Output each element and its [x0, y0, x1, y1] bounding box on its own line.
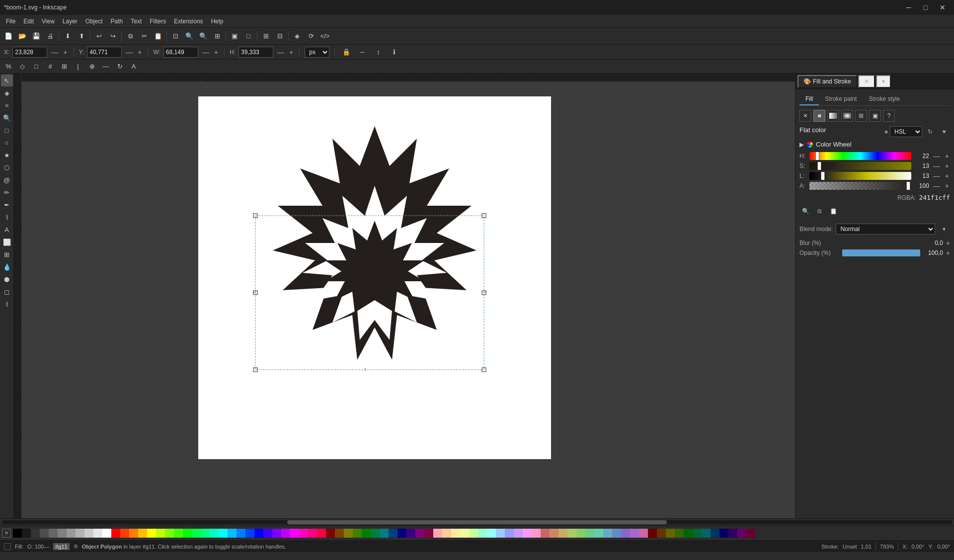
palette-color-swatch[interactable]	[13, 529, 22, 538]
tab-stroke-style[interactable]: Stroke style	[863, 93, 906, 105]
palette-color-swatch[interactable]	[675, 529, 684, 538]
fill-flat-button[interactable]: ■	[813, 110, 825, 122]
y-input[interactable]	[87, 47, 122, 58]
palette-color-swatch[interactable]	[290, 529, 299, 538]
snap-midpoints[interactable]: —	[99, 60, 112, 73]
palette-color-swatch[interactable]	[514, 529, 523, 538]
lock-ratio-button[interactable]: 🔒	[340, 46, 353, 59]
snap-text[interactable]: A	[127, 60, 140, 73]
palette-color-swatch[interactable]	[558, 529, 567, 538]
save-button[interactable]: 💾	[30, 30, 43, 43]
sat-minus-button[interactable]: —	[932, 162, 941, 170]
palette-color-swatch[interactable]	[648, 529, 657, 538]
spiral-tool[interactable]: @	[1, 174, 13, 186]
fill-radial-button[interactable]	[841, 110, 853, 122]
copy-button[interactable]: ⧉	[124, 30, 137, 43]
distribute-button[interactable]: ⊟	[273, 30, 286, 43]
palette-color-swatch[interactable]	[22, 529, 31, 538]
fill-pattern-button[interactable]: ⊞	[855, 110, 867, 122]
undo-button[interactable]: ↩	[92, 30, 105, 43]
palette-color-swatch[interactable]	[460, 529, 469, 538]
palette-color-swatch[interactable]	[612, 529, 621, 538]
palette-color-swatch[interactable]	[67, 529, 76, 538]
palette-color-swatch[interactable]	[478, 529, 487, 538]
palette-color-swatch[interactable]	[576, 529, 585, 538]
palette-color-swatch[interactable]	[657, 529, 666, 538]
snap-guide[interactable]: |	[72, 60, 84, 73]
palette-color-swatch[interactable]	[156, 529, 165, 538]
palette-color-swatch[interactable]	[210, 529, 219, 538]
panel-menu-button[interactable]: ▾	[876, 75, 891, 88]
rect-tool[interactable]: □	[1, 124, 13, 136]
menu-file[interactable]: File	[2, 17, 19, 26]
palette-color-swatch[interactable]	[442, 529, 451, 538]
x-minus-button[interactable]: —	[50, 48, 59, 56]
palette-color-swatch[interactable]	[40, 529, 49, 538]
menu-text[interactable]: Text	[127, 17, 146, 26]
tab-stroke-paint[interactable]: Stroke paint	[819, 93, 863, 105]
paste-color-button[interactable]: 📋	[827, 205, 839, 217]
palette-color-swatch[interactable]	[702, 529, 711, 538]
h-plus-button[interactable]: +	[288, 48, 294, 56]
close-button[interactable]: ✕	[935, 2, 950, 13]
palette-color-swatch[interactable]	[487, 529, 496, 538]
palette-color-swatch[interactable]	[362, 529, 371, 538]
alpha-plus-button[interactable]: +	[944, 182, 950, 190]
color-mode-select[interactable]: HSLRGBHSVCMYK	[890, 126, 922, 137]
fill-linear-button[interactable]	[827, 110, 839, 122]
redo-button[interactable]: ↪	[106, 30, 119, 43]
palette-color-swatch[interactable]	[31, 529, 40, 538]
blend-down-icon[interactable]: ▾	[938, 223, 950, 235]
palette-color-swatch[interactable]	[120, 529, 129, 538]
palette-color-swatch[interactable]	[433, 529, 442, 538]
ellipse-tool[interactable]: ○	[1, 137, 13, 149]
star-tool[interactable]: ★	[1, 149, 13, 161]
canvas-background[interactable]: ↕ ↕ ↔ ↔	[22, 81, 795, 518]
cut-button[interactable]: ✂	[138, 30, 151, 43]
node-button[interactable]: ◈	[291, 30, 304, 43]
zoom-out-button[interactable]: 🔍	[197, 30, 210, 43]
gradient-tool[interactable]: ⬜	[1, 236, 13, 248]
group-button[interactable]: ▣	[228, 30, 241, 43]
color-wheel-icon-btn[interactable]: ↻	[924, 126, 936, 138]
alpha-minus-button[interactable]: —	[932, 182, 941, 190]
palette-color-swatch[interactable]	[585, 529, 594, 538]
palette-color-swatch[interactable]	[532, 529, 541, 538]
fill-swatch[interactable]	[4, 543, 11, 550]
fill-none-button[interactable]: ✕	[799, 110, 811, 122]
import-button[interactable]: ⬇	[61, 30, 74, 43]
dropper-tool[interactable]: 💧	[1, 261, 13, 273]
palette-color-swatch[interactable]	[165, 529, 174, 538]
lit-slider[interactable]	[809, 172, 911, 180]
palette-color-swatch[interactable]	[76, 529, 84, 538]
paint-bucket-tool[interactable]: ⬢	[1, 273, 13, 285]
palette-color-swatch[interactable]	[451, 529, 460, 538]
fill-unknown-button[interactable]: ?	[883, 110, 895, 122]
tweak-tool[interactable]: ≈	[1, 99, 13, 111]
palette-color-swatch[interactable]	[621, 529, 630, 538]
opacity-plus-button[interactable]: +	[946, 249, 950, 257]
hue-plus-button[interactable]: +	[944, 152, 950, 160]
object-props-button[interactable]: ℹ	[388, 46, 400, 59]
menu-object[interactable]: Object	[81, 17, 107, 26]
node-tool[interactable]: ◈	[1, 87, 13, 99]
palette-color-swatch[interactable]	[237, 529, 245, 538]
x-plus-button[interactable]: +	[62, 48, 68, 56]
palette-color-swatch[interactable]	[711, 529, 719, 538]
open-button[interactable]: 📂	[16, 30, 29, 43]
palette-color-swatch[interactable]	[129, 529, 138, 538]
palette-color-swatch[interactable]	[335, 529, 344, 538]
transform-y-button[interactable]: ↕	[372, 46, 385, 59]
color-heart-btn[interactable]: ♥	[938, 126, 950, 138]
palette-color-swatch[interactable]	[272, 529, 281, 538]
palette-color-swatch[interactable]	[353, 529, 362, 538]
palette-color-swatch[interactable]	[389, 529, 398, 538]
palette-color-swatch[interactable]	[183, 529, 192, 538]
tab-fill[interactable]: Fill	[799, 93, 819, 105]
palette-color-swatch[interactable]	[719, 529, 728, 538]
menu-view[interactable]: View	[38, 17, 59, 26]
palette-color-swatch[interactable]	[639, 529, 648, 538]
palette-color-swatch[interactable]	[523, 529, 532, 538]
units-select[interactable]: pxmmin	[305, 47, 329, 58]
color-wheel-toggle[interactable]: ▶ Color Wheel	[799, 141, 950, 148]
